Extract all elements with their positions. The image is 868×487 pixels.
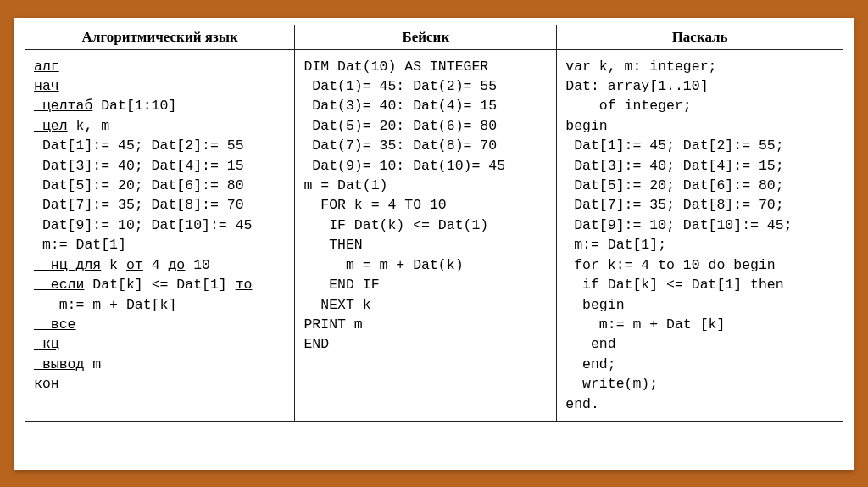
code-row: алг нач целтаб Dat[1:10] цел k, m Dat[1]…: [25, 49, 843, 422]
code-line: Dat[1]:= 45; Dat[2]:= 55: [34, 137, 244, 154]
code-line: Dat[3]:= 40; Dat[4]:= 15: [34, 158, 244, 174]
txt: k: [101, 257, 126, 273]
code-line: m:= m + Dat[k]: [34, 297, 176, 313]
kw-nts-dlya: нц для: [34, 257, 101, 273]
document-page: Алгоритмический язык Бейсик Паскаль алг …: [14, 18, 854, 470]
cell-pascal: var k, m: integer; Dat: array[1..10] of …: [557, 49, 843, 422]
code-table: Алгоритмический язык Бейсик Паскаль алг …: [25, 25, 843, 423]
header-alg: Алгоритмический язык: [25, 25, 295, 49]
txt: Dat[1:10]: [92, 98, 176, 114]
kw-tsel: цел: [34, 118, 68, 134]
code-line: Dat[5]:= 20; Dat[6]:= 80;: [565, 177, 783, 193]
code-line: Dat[5]:= 20; Dat[6]:= 80: [34, 177, 244, 193]
kw-to: то: [236, 277, 253, 293]
code-line: Dat: array[1..10]: [565, 78, 708, 94]
code-line: Dat(5)= 20: Dat(6)= 80: [303, 118, 497, 134]
kw-esli: если: [34, 277, 84, 293]
txt: Dat[k] <= Dat[1]: [84, 277, 235, 293]
code-line: THEN: [303, 237, 362, 253]
code-line: Dat[7]:= 35; Dat[8]:= 70: [34, 197, 244, 213]
code-line: END: [303, 336, 329, 352]
code-line: end: [565, 336, 615, 352]
header-basic: Бейсик: [295, 25, 557, 49]
code-line: Dat[1]:= 45; Dat[2]:= 55;: [565, 137, 783, 154]
code-line: var k, m: integer;: [565, 59, 716, 75]
code-line: Dat(1)= 45: Dat(2)= 55: [303, 78, 497, 94]
code-line: IF Dat(k) <= Dat(1): [303, 217, 488, 233]
code-line: FOR k = 4 TO 10: [303, 197, 446, 213]
code-line: m:= Dat[1];: [565, 237, 666, 253]
kw-kon: кон: [34, 376, 59, 392]
code-line: m = Dat(1): [303, 177, 387, 193]
code-line: end;: [565, 356, 615, 372]
code-line: m:= Dat[1]: [34, 237, 126, 253]
code-line: NEXT k: [303, 297, 370, 313]
code-line: m = m + Dat(k): [303, 257, 463, 273]
cell-alg: алг нач целтаб Dat[1:10] цел k, m Dat[1]…: [25, 49, 295, 422]
cell-basic: DIM Dat(10) AS INTEGER Dat(1)= 45: Dat(2…: [295, 49, 557, 422]
kw-nach: нач: [34, 78, 59, 94]
code-line: Dat[3]:= 40; Dat[4]:= 15;: [565, 158, 783, 174]
code-line: DIM Dat(10) AS INTEGER: [303, 59, 488, 75]
kw-kts: кц: [34, 336, 59, 352]
kw-vse: все: [34, 316, 76, 333]
kw-do: до: [168, 257, 185, 273]
code-line: m:= m + Dat [k]: [565, 316, 725, 333]
table-head: Алгоритмический язык Бейсик Паскаль: [25, 25, 843, 49]
code-line: Dat[7]:= 35; Dat[8]:= 70;: [565, 197, 783, 213]
txt: 10: [185, 257, 210, 273]
txt: k, m: [68, 118, 110, 134]
code-line: begin: [565, 118, 608, 134]
code-line: of integer;: [565, 98, 692, 114]
kw-ot: от: [126, 257, 143, 273]
code-line: begin: [565, 297, 624, 313]
code-line: Dat(9)= 10: Dat(10)= 45: [303, 158, 505, 174]
code-line: Dat(7)= 35: Dat(8)= 70: [303, 137, 497, 154]
code-line: write(m);: [565, 376, 658, 392]
code-line: PRINT m: [303, 316, 362, 333]
code-line: end.: [565, 396, 599, 412]
txt: 4: [143, 257, 169, 273]
code-line: if Dat[k] <= Dat[1] then: [565, 277, 783, 293]
header-row: Алгоритмический язык Бейсик Паскаль: [25, 25, 843, 49]
txt: m: [84, 356, 101, 372]
kw-tseltab: целтаб: [34, 98, 92, 114]
kw-alg: алг: [34, 59, 59, 75]
kw-vyvod: вывод: [34, 356, 84, 372]
code-line: for k:= 4 to 10 do begin: [565, 257, 776, 273]
code-line: Dat[9]:= 10; Dat[10]:= 45: [34, 217, 252, 233]
code-line: Dat(3)= 40: Dat(4)= 15: [303, 98, 497, 114]
code-line: END IF: [303, 277, 379, 293]
code-line: Dat[9]:= 10; Dat[10]:= 45;: [565, 217, 792, 233]
header-pascal: Паскаль: [557, 25, 843, 49]
